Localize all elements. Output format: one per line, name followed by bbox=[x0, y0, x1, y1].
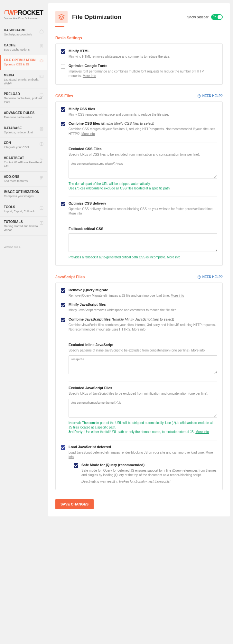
nav-addons[interactable]: ADD-ONS Add more features bbox=[0, 172, 47, 187]
more-info-link[interactable]: More info bbox=[81, 132, 95, 136]
help-icon bbox=[197, 94, 201, 98]
fallback-css-textarea[interactable] bbox=[69, 233, 217, 252]
nav-title: PRELOAD bbox=[4, 92, 43, 96]
excluded-js-files-textarea[interactable] bbox=[69, 399, 217, 418]
nav-title: IMAGE OPTIMIZATION bbox=[4, 190, 43, 194]
globe-icon bbox=[39, 142, 44, 146]
show-sidebar-toggle[interactable]: ON bbox=[211, 14, 223, 20]
nav-media[interactable]: MEDIA LazyLoad, emojis, embeds, WebP bbox=[0, 70, 47, 89]
svg-marker-3 bbox=[40, 60, 43, 62]
play-icon bbox=[39, 221, 44, 225]
nav-sub: Generate cache files, preload fonts bbox=[4, 97, 43, 104]
field-desc: Combine JavaScript files combines your s… bbox=[69, 323, 217, 332]
nav-image-optimization[interactable]: IMAGE OPTIMIZATION Compress your images bbox=[0, 187, 47, 202]
field-desc: Minify CSS removes whitespace and commen… bbox=[69, 112, 217, 117]
combine-js-checkbox[interactable] bbox=[61, 318, 65, 322]
rocket-icon bbox=[4, 10, 7, 16]
nav-tools[interactable]: TOOLS Import, Export, Rollback bbox=[0, 202, 47, 217]
field-label: Combine CSS files (Enable Minify CSS fil… bbox=[69, 121, 217, 125]
nav-title: FILE OPTIMIZATION bbox=[4, 58, 43, 62]
heartbeat-icon bbox=[39, 157, 44, 161]
help-icon bbox=[197, 275, 201, 279]
nav-sub: Fine-tune cache rules bbox=[4, 116, 43, 120]
jquery-migrate-checkbox[interactable] bbox=[61, 288, 65, 293]
svg-point-9 bbox=[40, 127, 43, 129]
css-files-box: Minify CSS files Minify CSS removes whit… bbox=[55, 101, 223, 266]
field-warning: Deactivating may result in broken functi… bbox=[81, 479, 217, 484]
need-help-link[interactable]: NEED HELP? bbox=[197, 275, 223, 279]
more-info-link[interactable]: More info bbox=[195, 430, 209, 434]
version-label: version 3.6.4 bbox=[0, 236, 47, 253]
more-info-link[interactable]: More info bbox=[83, 74, 96, 78]
nav-preload[interactable]: PRELOAD Generate cache files, preload fo… bbox=[0, 89, 47, 108]
safemode-checkbox[interactable] bbox=[74, 463, 78, 468]
nav-database[interactable]: DATABASE Optimize, reduce bloat bbox=[0, 123, 47, 138]
js-files-box: Remove jQuery Migrate Remove jQuery Migr… bbox=[55, 283, 223, 490]
hint-text: The domain part of the URL will be strip… bbox=[69, 182, 217, 191]
need-help-link[interactable]: NEED HELP? bbox=[197, 94, 223, 98]
optimize-css-field: Optimize CSS delivery Optimize CSS deliv… bbox=[61, 201, 217, 221]
layers-icon bbox=[39, 59, 44, 63]
nav-cache[interactable]: CACHE Basic cache options bbox=[0, 40, 47, 55]
more-info-link[interactable]: More info bbox=[167, 255, 181, 259]
field-desc: Specify URLs of CSS files to be excluded… bbox=[69, 152, 217, 157]
minify-css-checkbox[interactable] bbox=[61, 107, 65, 112]
refresh-icon bbox=[39, 93, 44, 97]
combine-css-checkbox[interactable] bbox=[61, 122, 65, 126]
active-indicator bbox=[55, 26, 64, 27]
nav-tutorials[interactable]: TUTORIALS Getting started and how to vid… bbox=[0, 217, 47, 235]
deferred-js-checkbox[interactable] bbox=[61, 445, 65, 450]
image-icon bbox=[39, 74, 44, 79]
svg-rect-11 bbox=[40, 177, 42, 178]
logo-tagline: Superior WordPress Performance bbox=[4, 17, 43, 19]
excluded-css-textarea[interactable] bbox=[69, 160, 217, 178]
more-info-link[interactable]: More info bbox=[191, 349, 205, 352]
field-label: Minify JavaScript files bbox=[69, 303, 217, 306]
logo: WP ROCKET Superior WordPress Performance bbox=[0, 4, 47, 23]
minify-js-checkbox[interactable] bbox=[61, 303, 65, 307]
minify-html-checkbox[interactable] bbox=[61, 49, 65, 54]
database-icon bbox=[39, 127, 44, 131]
jquery-migrate-field: Remove jQuery Migrate Remove jQuery Migr… bbox=[61, 288, 217, 303]
more-info-link[interactable]: More info bbox=[171, 294, 184, 297]
field-label: Minify CSS files bbox=[69, 107, 217, 111]
deferred-js-field: Load JavaScript deferred Load JavaScript… bbox=[61, 445, 217, 464]
page-header: File Optimization Show Sidebar ON bbox=[55, 11, 223, 23]
nav-title: CDN bbox=[4, 141, 43, 145]
svg-rect-12 bbox=[42, 177, 43, 178]
optimize-css-checkbox[interactable] bbox=[61, 202, 65, 206]
nav-sub: LazyLoad, emojis, embeds, WebP bbox=[4, 78, 43, 85]
puzzle-icon bbox=[39, 176, 44, 180]
nav-file-optimization[interactable]: FILE OPTIMIZATION Optimize CSS & JS bbox=[0, 55, 47, 70]
excluded-inline-js-textarea[interactable] bbox=[69, 355, 217, 374]
nav-title: TOOLS bbox=[4, 205, 43, 209]
nav-heartbeat[interactable]: HEARTBEAT Control WordPress Heartbeat AP… bbox=[0, 153, 47, 172]
nav-advanced-rules[interactable]: ADVANCED RULES Fine-tune cache rules bbox=[0, 108, 47, 123]
minify-css-field: Minify CSS files Minify CSS removes whit… bbox=[61, 107, 217, 122]
separator bbox=[69, 222, 217, 222]
nav-sub: Add more features bbox=[4, 179, 43, 183]
nav-sub: Get help, account info bbox=[4, 33, 43, 37]
separator bbox=[69, 197, 217, 197]
google-fonts-checkbox[interactable] bbox=[61, 64, 65, 69]
save-changes-button[interactable]: SAVE CHANGES bbox=[55, 499, 94, 509]
page-title: File Optimization bbox=[72, 14, 187, 21]
nav-dashboard[interactable]: DASHBOARD Get help, account info bbox=[0, 25, 47, 40]
nav-title: MEDIA bbox=[4, 73, 43, 77]
logo-brand1: WP bbox=[8, 9, 17, 16]
svg-marker-17 bbox=[59, 14, 64, 17]
layers-icon bbox=[55, 11, 68, 23]
field-label: Excluded JavaScript Files bbox=[69, 386, 217, 390]
nav-cdn[interactable]: CDN Integrate your CDN bbox=[0, 138, 47, 153]
field-label: Minify HTML bbox=[69, 49, 217, 53]
field-label: Remove jQuery Migrate bbox=[69, 288, 217, 292]
excluded-js-files-field: Excluded JavaScript Files Specify URLs o… bbox=[69, 386, 217, 439]
toggle-knob bbox=[218, 15, 222, 19]
more-info-link[interactable]: More info bbox=[69, 212, 82, 215]
nav-sub: Optimize CSS & JS bbox=[4, 63, 43, 67]
more-info-link[interactable]: More info bbox=[132, 328, 145, 331]
field-label: Optimize CSS delivery bbox=[69, 201, 217, 205]
svg-point-19 bbox=[199, 97, 199, 97]
nav-sub: Control WordPress Heartbeat API bbox=[4, 161, 43, 168]
main-content: File Optimization Show Sidebar ON Basic … bbox=[48, 3, 230, 516]
